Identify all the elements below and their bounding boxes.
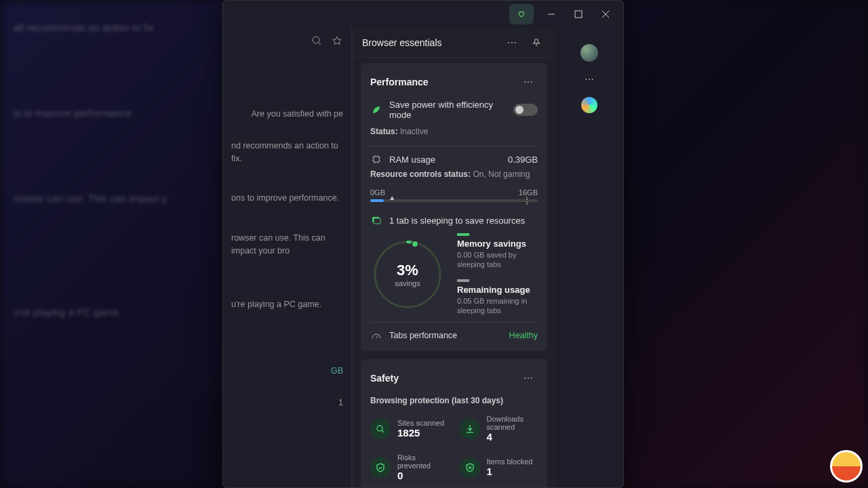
favorite-icon[interactable] (331, 35, 343, 47)
tabs-performance-label: Tabs performance (389, 331, 457, 340)
sleeping-tabs-icon (370, 214, 382, 226)
channel-logo (830, 450, 863, 483)
risks-prevented-stat: Risks prevented0 (370, 453, 449, 481)
panel-title: Browser essentials (362, 37, 497, 48)
chip-icon (370, 153, 382, 165)
shield-check-icon (370, 458, 391, 478)
titlebar (223, 1, 623, 28)
performance-more-icon[interactable]: ⋯ (519, 73, 538, 92)
minimize-button[interactable] (539, 4, 564, 24)
svg-point-7 (377, 426, 382, 431)
safety-subtitle: Browsing protection (last 30 days) (370, 396, 503, 405)
browser-toolbar-right: ⋯ (555, 28, 623, 487)
search-icon[interactable] (311, 35, 323, 47)
profile-avatar[interactable] (580, 44, 598, 62)
browser-window: Are you satisfied with pe nd recommends … (222, 0, 624, 488)
maximize-button[interactable] (566, 4, 591, 24)
remaining-usage-stat: Remaining usage 0.05 GB remaining in sle… (457, 279, 538, 316)
savings-gauge: 3% savings (370, 237, 445, 312)
copilot-icon[interactable] (581, 97, 597, 113)
items-blocked-stat: Items blocked1 (460, 453, 538, 481)
gauge-icon (370, 329, 382, 342)
ram-slider[interactable]: 0GB16GB ▲ (370, 188, 538, 202)
ram-usage-value: 0.39GB (508, 155, 538, 165)
efficiency-mode-label: Save power with efficiency mode (389, 100, 507, 120)
memory-savings-stat: Memory savings 0.00 GB saved by sleeping… (457, 233, 538, 270)
browser-essentials-icon[interactable] (509, 4, 534, 24)
safety-card: Safety ⋯ Browsing protection (last 30 da… (361, 359, 547, 487)
browser-essentials-panel: Browser essentials ⋯ Performance ⋯ Save … (352, 28, 555, 487)
menu-icon[interactable]: ⋯ (580, 70, 599, 89)
ram-usage-label: RAM usage (389, 155, 435, 165)
more-options-icon[interactable]: ⋯ (502, 33, 521, 52)
close-button[interactable] (593, 4, 618, 24)
svg-point-1 (313, 37, 319, 43)
efficiency-mode-toggle[interactable] (513, 104, 538, 116)
shield-block-icon (460, 458, 480, 478)
download-icon (460, 419, 480, 439)
background-blurred-text: all recommends an action to fix is to im… (0, 0, 231, 340)
safety-more-icon[interactable]: ⋯ (519, 369, 538, 388)
svg-rect-4 (374, 218, 380, 224)
sites-scanned-stat: Sites scanned1825 (370, 415, 449, 443)
svg-rect-0 (575, 11, 582, 18)
safety-title: Safety (370, 373, 399, 384)
page-content-partial: Are you satisfied with pe nd recommends … (223, 28, 352, 487)
downloads-scanned-stat: Downloads scanned4 (460, 415, 538, 443)
efficiency-status: Status: Inactive (370, 127, 538, 136)
performance-title: Performance (370, 77, 429, 87)
svg-rect-2 (374, 157, 379, 162)
performance-card: Performance ⋯ Save power with efficiency… (361, 63, 547, 351)
tabs-performance-value: Healthy (509, 331, 538, 340)
pin-icon[interactable] (527, 33, 546, 52)
shield-search-icon (370, 419, 391, 439)
leaf-icon (370, 104, 382, 116)
sleeping-tabs-message: 1 tab is sleeping to save resources (389, 216, 525, 226)
resource-controls-status: Resource controls status: On, Not gaming (370, 169, 538, 179)
